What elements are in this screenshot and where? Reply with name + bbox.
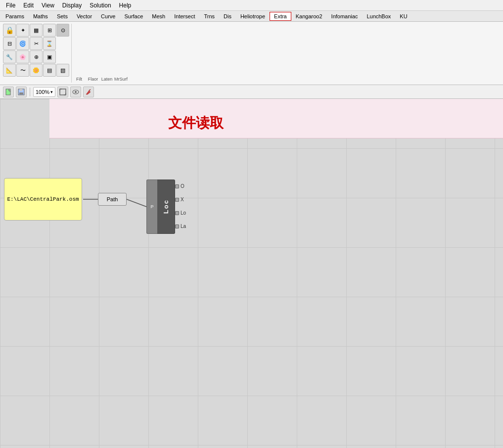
tab-dis[interactable]: Dis — [219, 12, 236, 21]
file-node[interactable]: E:\LAC\CentralPark.osm — [4, 178, 82, 221]
save-btn[interactable] — [16, 87, 27, 97]
loc-output-La: La — [175, 220, 186, 233]
tool-btn-16[interactable]: 📐 — [3, 64, 16, 77]
tab-vector[interactable]: Vector — [72, 12, 96, 21]
loc-node[interactable]: P Loc O X Lo La — [146, 179, 187, 234]
loc-output-labels: O X Lo La — [175, 179, 186, 233]
tool-btn-14[interactable]: ▣ — [43, 50, 56, 63]
loc-output-O: O — [175, 179, 186, 193]
loc-output-Lo: Lo — [175, 206, 186, 220]
tool-btn-12[interactable]: 🌸 — [16, 50, 29, 63]
tool-btn-20[interactable]: ▧ — [56, 64, 69, 77]
new-document-btn[interactable] — [3, 87, 14, 97]
toolbar-label-4: MrSurf — [114, 77, 127, 82]
output-port-La — [175, 224, 179, 228]
tool-btn-4[interactable]: ⊞ — [43, 24, 56, 37]
tool-btn-13[interactable]: ⊕ — [30, 50, 43, 63]
eye-btn[interactable] — [70, 87, 81, 97]
menu-display[interactable]: Display — [58, 1, 86, 10]
menu-view[interactable]: View — [38, 1, 58, 10]
tool-btn-9[interactable]: ⌛ — [43, 37, 56, 50]
path-node-label: Path — [107, 196, 118, 202]
svg-line-13 — [127, 199, 146, 207]
tool-btn-19[interactable]: ▤ — [43, 64, 56, 77]
tab-infomaniac[interactable]: Infomaniac — [327, 12, 363, 21]
brush-btn[interactable] — [83, 87, 94, 97]
svg-rect-2 — [19, 92, 23, 94]
tab-params[interactable]: Params — [1, 12, 29, 21]
loc-output-X: X — [175, 193, 186, 206]
tool-btn-3[interactable]: ▦ — [30, 24, 43, 37]
connector-svg — [0, 99, 503, 448]
tab-kangaroo2[interactable]: Kangaroo2 — [291, 12, 327, 21]
svg-point-10 — [75, 91, 77, 93]
tool-btn-11[interactable]: 🔧 — [3, 50, 16, 63]
output-port-O — [175, 184, 179, 188]
output-label-Lo: Lo — [181, 210, 186, 216]
tab-heliotrope[interactable]: Heliotrope — [236, 12, 270, 21]
toolbar-labels: Filt Flaor Laten MrSurf — [73, 24, 127, 83]
zoom-arrow: ▾ — [50, 90, 53, 94]
tab-ku[interactable]: KU — [395, 12, 412, 21]
file-node-text: E:\LAC\CentralPark.osm — [5, 194, 81, 204]
tool-btn-7[interactable]: 🌀 — [16, 37, 29, 50]
output-label-La: La — [181, 224, 186, 229]
menu-file[interactable]: File — [2, 1, 19, 10]
tool-btn-15 — [56, 50, 69, 63]
output-label-X: X — [181, 197, 184, 202]
tab-curve[interactable]: Curve — [96, 12, 120, 21]
zoom-value: 100% — [36, 89, 49, 95]
tool-btn-5[interactable]: ⊙ — [56, 24, 69, 37]
tool-btn-1[interactable]: 🔒 — [3, 24, 16, 37]
loc-input-label: P — [150, 204, 153, 209]
tab-bar: Params Maths Sets Vector Curve Surface M… — [0, 11, 503, 22]
toolbar-area: 🔒 ✦ ▦ ⊞ ⊙ ⊟ 🌀 ✂ ⌛ 🔧 🌸 ⊕ ▣ 📐 〜 🌼 ▤ ▧ Filt… — [0, 22, 503, 85]
toolbar-label-1: Filt — [73, 77, 86, 82]
tool-btn-10 — [56, 37, 69, 50]
tab-intersect[interactable]: Intersect — [170, 12, 199, 21]
tool-btn-17[interactable]: 〜 — [16, 64, 29, 77]
path-node[interactable]: Path — [98, 193, 127, 206]
zoom-select[interactable]: 100% ▾ — [33, 87, 55, 97]
svg-line-11 — [89, 90, 91, 90]
menu-solution[interactable]: Solution — [86, 1, 115, 10]
tool-btn-18[interactable]: 🌼 — [30, 64, 43, 77]
menu-bar: File Edit View Display Solution Help — [0, 0, 503, 11]
output-port-X — [175, 198, 179, 202]
canvas-area[interactable]: 文件读取 E:\LAC\CentralPark.osm Path P Loc O — [0, 99, 503, 448]
menu-edit[interactable]: Edit — [19, 1, 38, 10]
bottom-toolbar: 100% ▾ — [0, 85, 503, 99]
loc-node-body: Loc — [157, 179, 175, 234]
tab-maths[interactable]: Maths — [29, 12, 52, 21]
loc-node-input: P — [146, 179, 157, 234]
menu-help[interactable]: Help — [115, 1, 136, 10]
tab-mesh[interactable]: Mesh — [147, 12, 170, 21]
canvas-top-area — [49, 99, 503, 138]
tool-btn-2[interactable]: ✦ — [16, 24, 29, 37]
output-port-Lo — [175, 211, 179, 215]
annotation-text: 文件读取 — [168, 114, 224, 133]
tab-lunchbox[interactable]: LunchBox — [362, 12, 395, 21]
fit-view-btn[interactable] — [57, 87, 68, 97]
toolbar-label-2: Flaor — [87, 77, 99, 82]
toolbar-label-3: Laten — [100, 77, 113, 82]
svg-rect-4 — [60, 89, 66, 95]
output-label-O: O — [181, 183, 184, 189]
tab-trns[interactable]: Trns — [199, 12, 219, 21]
toolbar-separator-1 — [30, 88, 30, 96]
svg-rect-3 — [20, 89, 22, 91]
tool-btn-6[interactable]: ⊟ — [3, 37, 16, 50]
toolbar-section-1: 🔒 ✦ ▦ ⊞ ⊙ ⊟ 🌀 ✂ ⌛ 🔧 🌸 ⊕ ▣ 📐 〜 🌼 ▤ ▧ — [2, 24, 72, 83]
tab-surface[interactable]: Surface — [120, 12, 147, 21]
tool-btn-8[interactable]: ✂ — [30, 37, 43, 50]
loc-node-label: Loc — [162, 199, 170, 214]
tab-sets[interactable]: Sets — [52, 12, 72, 21]
tab-extra[interactable]: Extra — [270, 12, 291, 21]
